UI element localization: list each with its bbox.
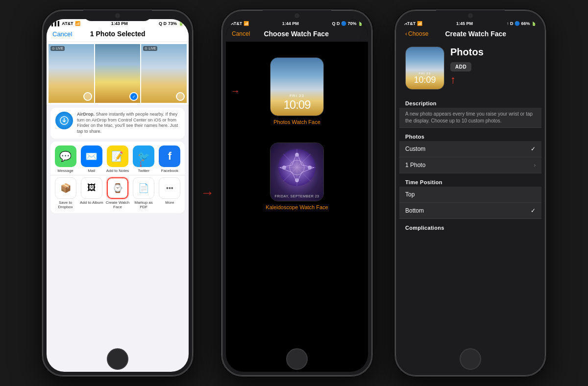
phone-3-header: ‹ Choose Create Watch Face — [399, 27, 541, 42]
phone-3-camera — [468, 13, 473, 18]
phone-3-time: 1:45 PM — [456, 21, 473, 26]
time-option-bottom[interactable]: Bottom ✓ — [399, 203, 541, 219]
app-message[interactable]: 💬 Message — [53, 145, 78, 173]
phone-3-status-bar: AT&T 📶 1:45 PM ↑ D 🔵 66% 🔋 — [399, 19, 541, 27]
live-badge-3: ⊙ LIVE — [143, 46, 157, 51]
svg-point-11 — [295, 153, 299, 157]
app-add-album[interactable]: 🖼 Add to Album — [79, 177, 104, 209]
phone-2-screen: AT&T 📶 1:44 PM Q D 🔵 70% 🔋 Cancel Choose… — [226, 19, 368, 372]
watch-face-photos[interactable]: FRI 23 10:09 Photos Watch Face — [270, 57, 324, 125]
arrow-right-1: → — [200, 185, 214, 201]
face-info: Photos ADD ↑ — [450, 47, 536, 86]
face-title: Photos — [450, 47, 536, 58]
add-button[interactable]: ADD — [450, 62, 471, 72]
kaleidoscope-preview: FRIDAY, SEPTEMBER 23 — [270, 143, 324, 201]
description-text: A new photo appears every time you raise… — [399, 108, 541, 128]
watch-face-1-container: → FRI 23 10:09 Photos Watch Face — [226, 51, 368, 131]
section-description-header: Description — [399, 97, 541, 108]
phone-1: ▌▌▌ AT&T 📶 1:43 PM Q D 73% 🔋 Cancel 1 Ph… — [42, 9, 194, 377]
phone-1-cancel-btn[interactable]: Cancel — [52, 30, 72, 38]
phone-2-cancel-btn[interactable]: Cancel — [232, 30, 250, 37]
phone-1-title: 1 Photo Selected — [90, 30, 146, 38]
phone-1-header: Cancel 1 Photo Selected — [47, 27, 189, 42]
live-badge-1: ⊙ LIVE — [50, 46, 65, 51]
section-time-position-header: Time Position — [399, 176, 541, 187]
phone-1-status-bar: ▌▌▌ AT&T 📶 1:43 PM Q D 73% 🔋 — [47, 19, 189, 27]
svg-point-14 — [308, 166, 312, 169]
photo-thumb-2[interactable] — [95, 44, 141, 103]
phone-2-time: 1:44 PM — [282, 21, 299, 26]
airdrop-icon — [55, 112, 73, 129]
check-1[interactable] — [83, 92, 92, 101]
phones-container: ▌▌▌ AT&T 📶 1:43 PM Q D 73% 🔋 Cancel 1 Ph… — [0, 0, 588, 386]
phone-3-back-btn[interactable]: ‹ Choose — [405, 30, 428, 37]
app-mail[interactable]: ✉️ Mail — [79, 145, 104, 173]
phone-1-time: 1:43 PM — [111, 21, 128, 26]
app-twitter[interactable]: 🐦 Twitter — [131, 145, 156, 173]
airdrop-description: AirDrop. Share instantly with people nea… — [77, 112, 180, 135]
phone-2-status-bar: AT&T 📶 1:44 PM Q D 🔵 70% 🔋 — [226, 19, 368, 27]
app-notes[interactable]: 📝 Add to Notes — [105, 145, 130, 173]
create-watch-thumb: FRI 23 10:09 — [405, 47, 444, 90]
svg-point-12 — [295, 178, 299, 182]
check-3[interactable] — [176, 92, 185, 101]
watch-face-2-container: FRIDAY, SEPTEMBER 23 Kaleidoscope Watch … — [226, 137, 368, 216]
phone-1-camera — [115, 13, 120, 18]
section-complications-header: Complications — [399, 222, 541, 232]
phone-1-screen: ▌▌▌ AT&T 📶 1:43 PM Q D 73% 🔋 Cancel 1 Ph… — [47, 19, 189, 372]
section-photos-header: Photos — [399, 131, 541, 141]
photo-strip: ⊙ LIVE ⊙ LIVE — [47, 42, 189, 105]
photo-thumb-3[interactable]: ⊙ LIVE — [141, 44, 187, 103]
app-create-watch-face[interactable]: ⌚ Create Watch Face — [105, 177, 130, 209]
svg-point-13 — [282, 166, 286, 169]
watch-face-photos-label: Photos Watch Face — [273, 119, 320, 125]
phone-3-title: Create Watch Face — [445, 30, 506, 38]
app-facebook[interactable]: f Facebook — [157, 145, 182, 173]
airdrop-section: AirDrop. Share instantly with people nea… — [50, 108, 185, 139]
app-dropbox[interactable]: 📦 Save to Dropbox — [53, 177, 78, 209]
phone-1-home-button[interactable] — [107, 348, 128, 370]
phone-3-home-button[interactable] — [460, 348, 481, 370]
phone-1-carrier: ▌▌▌ AT&T 📶 — [51, 21, 80, 26]
phone-3-screen: AT&T 📶 1:45 PM ↑ D 🔵 66% 🔋 ‹ Choose Crea… — [399, 19, 541, 372]
phone-2-header: Cancel Choose Watch Face — [226, 27, 368, 42]
phone-1-battery: Q D 73% 🔋 — [159, 21, 184, 26]
photos-option-count[interactable]: 1 Photo › — [399, 157, 541, 173]
kaleidoscope-label: Kaleidoscope Watch Face — [266, 204, 328, 210]
photo-thumb-1[interactable]: ⊙ LIVE — [49, 44, 94, 103]
app-more[interactable]: ••• More — [157, 177, 182, 209]
phone-3: AT&T 📶 1:45 PM ↑ D 🔵 66% 🔋 ‹ Choose Crea… — [394, 9, 546, 377]
phone-2-camera — [294, 13, 299, 18]
photos-option-custom[interactable]: Custom ✓ — [399, 141, 541, 157]
red-arrow-right-phone2: → — [231, 86, 240, 96]
time-option-top[interactable]: Top — [399, 187, 541, 203]
app-markup[interactable]: 📄 Markup as PDF — [131, 177, 156, 209]
watch-face-kaleidoscope[interactable]: FRIDAY, SEPTEMBER 23 Kaleidoscope Watch … — [266, 143, 328, 210]
apps-row-1: 💬 Message ✉️ Mail 📝 Add to Notes 🐦 Twitt… — [50, 142, 185, 175]
kaleidoscope-pattern — [277, 148, 317, 187]
phone-2-home-button[interactable] — [286, 348, 308, 370]
apps-row-2: ↓ 📦 Save to Dropbox 🖼 Add to Album ⌚ Cre… — [50, 175, 185, 213]
phone-2-title: Choose Watch Face — [264, 30, 329, 38]
check-2[interactable] — [129, 92, 138, 101]
phone-2: AT&T 📶 1:44 PM Q D 🔵 70% 🔋 Cancel Choose… — [221, 9, 373, 377]
watch-face-photos-preview: FRI 23 10:09 — [270, 57, 324, 116]
create-face-top: FRI 23 10:09 Photos ADD ↑ — [399, 42, 541, 95]
red-arrow-up: ↑ — [450, 73, 536, 86]
red-arrow-down: ↓ — [138, 158, 143, 169]
